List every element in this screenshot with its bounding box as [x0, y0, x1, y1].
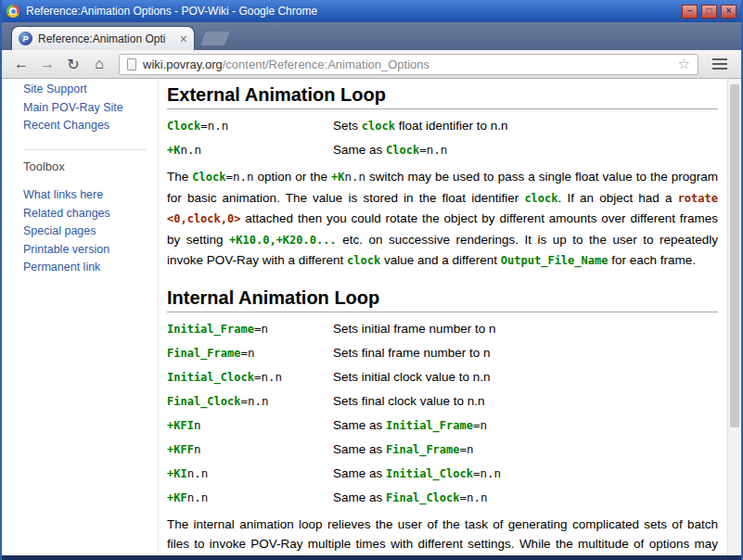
window-titlebar[interactable]: Reference:Animation Options - POV-Wiki -…: [2, 0, 741, 22]
option-term: +KFIn: [167, 418, 333, 433]
scrollbar-thumb[interactable]: [730, 84, 739, 427]
povray-favicon-icon: P: [19, 32, 32, 45]
paragraph: The internal animation loop relieves the…: [167, 515, 718, 556]
window-title: Reference:Animation Options - POV-Wiki -…: [26, 5, 317, 18]
sidebar-item-site-support[interactable]: Site Support: [23, 83, 158, 95]
new-tab-button[interactable]: [200, 32, 230, 45]
option-term: +KFFn: [167, 442, 333, 457]
option-description: Same as Final_Clock=n.n: [333, 490, 488, 505]
definition-row: Initial_Frame=n Sets initial frame numbe…: [167, 322, 718, 337]
sidebar-item-related-changes[interactable]: Related changes: [23, 208, 146, 220]
browser-tab[interactable]: P Reference:Animation Opti ×: [11, 26, 195, 50]
option-description: Same as Initial_Frame=n: [333, 418, 487, 433]
definition-row: +KFn.n Same as Final_Clock=n.n: [167, 490, 718, 505]
definition-row: +KFIn Same as Initial_Frame=n: [167, 418, 718, 433]
chrome-menu-button[interactable]: [706, 52, 734, 76]
page-icon: [127, 58, 136, 70]
option-term: +KIn.n: [167, 466, 333, 481]
toolbox-section: Toolbox What links here Related changes …: [23, 149, 146, 274]
tab-close-icon[interactable]: ×: [180, 32, 187, 45]
definition-row: Clock=n.n Sets clock float identifier to…: [167, 119, 718, 134]
option-term: +KFn.n: [167, 490, 333, 505]
address-bar[interactable]: wiki.povray.org/content/Reference:Animat…: [119, 54, 698, 75]
bookmark-star-icon[interactable]: ☆: [678, 56, 690, 72]
definition-row: +KFFn Same as Final_Frame=n: [167, 442, 718, 457]
option-description: Sets initial clock value to n.n: [333, 370, 491, 385]
url-host: wiki.povray.org: [143, 57, 223, 71]
section-heading-external-animation-loop: External Animation Loop: [167, 84, 718, 109]
option-description: Same as Initial_Clock=n.n: [333, 466, 501, 481]
sidebar-item-main-povray-site[interactable]: Main POV-Ray Site: [23, 102, 158, 114]
option-description: Same as Final_Frame=n: [333, 442, 474, 457]
definition-list: Clock=n.n Sets clock float identifier to…: [167, 119, 718, 158]
option-description: Same as Clock=n.n: [333, 143, 447, 158]
definition-row: Final_Clock=n.n Sets final clock value t…: [167, 394, 718, 409]
window-bottom-border: [2, 555, 741, 560]
forward-button[interactable]: →: [35, 52, 59, 76]
chrome-logo-icon: [6, 5, 19, 18]
option-term: Final_Clock=n.n: [167, 394, 333, 409]
paragraph: The Clock=n.n option or the +Kn.n switch…: [167, 167, 718, 272]
option-term: Initial_Clock=n.n: [167, 370, 333, 385]
option-description: Sets initial frame number to n: [333, 322, 496, 337]
sidebar-item-permanent-link[interactable]: Permanent link: [23, 261, 146, 274]
option-term: Clock=n.n: [167, 119, 333, 134]
option-term: Final_Frame=n: [167, 346, 333, 361]
home-button[interactable]: ⌂: [87, 52, 111, 76]
back-button[interactable]: ←: [9, 52, 33, 76]
wiki-sidebar: Site Support Main POV-Ray Site Recent Ch…: [2, 79, 158, 555]
sidebar-item-what-links-here[interactable]: What links here: [23, 189, 146, 201]
option-term: Initial_Frame=n: [167, 322, 333, 337]
tab-strip: P Reference:Animation Opti ×: [2, 22, 741, 50]
toolbox-heading: Toolbox: [23, 159, 146, 173]
definition-row: Initial_Clock=n.n Sets initial clock val…: [167, 370, 718, 385]
article-content: External Animation Loop Clock=n.n Sets c…: [158, 79, 727, 555]
close-button[interactable]: ×: [721, 5, 737, 19]
window-controls: – □ ×: [682, 5, 737, 19]
option-description: Sets final clock value to n.n: [333, 394, 485, 409]
browser-toolbar: ← → ↻ ⌂ wiki.povray.org/content/Referenc…: [2, 50, 741, 79]
sidebar-item-special-pages[interactable]: Special pages: [23, 225, 146, 237]
url-text: wiki.povray.org/content/Reference:Animat…: [143, 57, 672, 71]
definition-list: Initial_Frame=n Sets initial frame numbe…: [167, 322, 718, 505]
sidebar-item-printable-version[interactable]: Printable version: [23, 244, 146, 256]
option-description: Sets final frame number to n: [333, 346, 491, 361]
sidebar-item-recent-changes[interactable]: Recent Changes: [23, 120, 158, 132]
definition-row: Final_Frame=n Sets final frame number to…: [167, 346, 718, 361]
maximize-button[interactable]: □: [701, 5, 717, 19]
definition-row: +Kn.n Same as Clock=n.n: [167, 143, 718, 158]
page-scrollbar[interactable]: [727, 79, 741, 555]
hamburger-icon: [712, 58, 727, 70]
section-heading-internal-animation-loop: Internal Animation Loop: [167, 287, 718, 312]
browser-window: Reference:Animation Options - POV-Wiki -…: [0, 0, 743, 560]
url-path: /content/Reference:Animation_Options: [223, 57, 429, 71]
option-description: Sets clock float identifier to n.n: [333, 119, 507, 134]
tab-title: Reference:Animation Opti: [38, 32, 174, 45]
reload-button[interactable]: ↻: [61, 52, 85, 76]
minimize-button[interactable]: –: [682, 5, 698, 19]
option-term: +Kn.n: [167, 143, 333, 158]
definition-row: +KIn.n Same as Initial_Clock=n.n: [167, 466, 718, 481]
page-viewport: Site Support Main POV-Ray Site Recent Ch…: [2, 79, 741, 555]
